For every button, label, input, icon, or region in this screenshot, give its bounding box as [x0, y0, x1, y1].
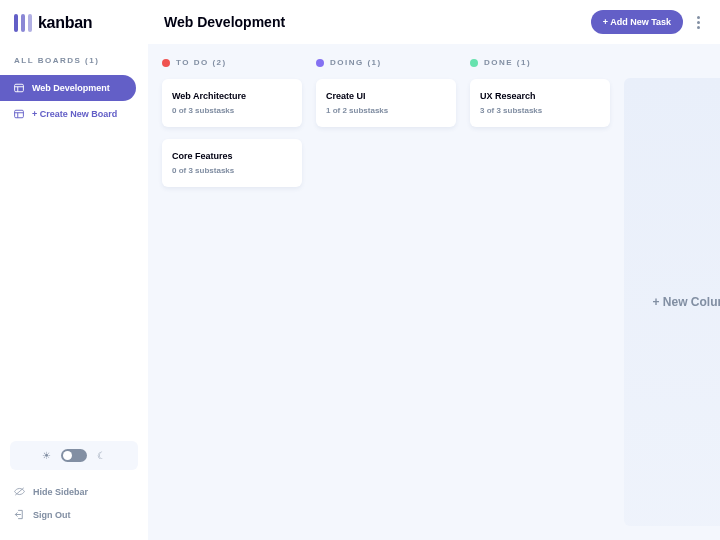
column-header: TO DO (2)	[162, 58, 302, 67]
new-column-button[interactable]: + New Column	[624, 78, 720, 526]
hide-sidebar-label: Hide Sidebar	[33, 487, 88, 497]
more-options-button[interactable]	[693, 12, 704, 33]
sign-out-button[interactable]: Sign Out	[10, 503, 138, 526]
sidebar: kanban ALL BOARDS (1) Web Development + …	[0, 0, 148, 540]
svg-rect-3	[15, 110, 24, 118]
column-dot-icon	[316, 59, 324, 67]
svg-rect-0	[15, 84, 24, 92]
column-header: DONE (1)	[470, 58, 610, 67]
column-dot-icon	[162, 59, 170, 67]
sun-icon: ☀	[42, 450, 51, 461]
logo-text: kanban	[38, 14, 92, 32]
task-card[interactable]: Web Architecture 0 of 3 substasks	[162, 79, 302, 127]
sidebar-item-label: Web Development	[32, 83, 110, 93]
column-doing: DOING (1) Create UI 1 of 2 substasks	[316, 58, 456, 526]
sign-out-icon	[14, 509, 25, 520]
toggle-knob	[63, 451, 72, 460]
toggle-track	[61, 449, 87, 462]
board: TO DO (2) Web Architecture 0 of 3 substa…	[148, 44, 720, 540]
task-title: UX Research	[480, 91, 600, 101]
board-icon	[14, 109, 24, 119]
sidebar-item-create-board[interactable]: + Create New Board	[0, 101, 136, 127]
task-card[interactable]: UX Research 3 of 3 substasks	[470, 79, 610, 127]
column-done: DONE (1) UX Research 3 of 3 substasks	[470, 58, 610, 526]
task-subtasks: 3 of 3 substasks	[480, 106, 600, 115]
add-task-button[interactable]: + Add New Task	[591, 10, 683, 34]
logo-bars-icon	[14, 14, 32, 32]
column-dot-icon	[470, 59, 478, 67]
eye-off-icon	[14, 486, 25, 497]
task-card[interactable]: Core Features 0 of 3 substasks	[162, 139, 302, 187]
board-icon	[14, 83, 24, 93]
column-header: DOING (1)	[316, 58, 456, 67]
logo: kanban	[0, 0, 148, 56]
sign-out-label: Sign Out	[33, 510, 71, 520]
new-column-label: + New Column	[652, 295, 720, 309]
task-subtasks: 0 of 3 substasks	[172, 106, 292, 115]
column-title: TO DO (2)	[176, 58, 227, 67]
column-title: DOING (1)	[330, 58, 382, 67]
theme-toggle[interactable]: ☀ ☾	[10, 441, 138, 470]
column-todo: TO DO (2) Web Architecture 0 of 3 substa…	[162, 58, 302, 526]
boards-count-label: ALL BOARDS (1)	[0, 56, 148, 75]
task-subtasks: 1 of 2 substasks	[326, 106, 446, 115]
task-title: Web Architecture	[172, 91, 292, 101]
hide-sidebar-button[interactable]: Hide Sidebar	[10, 480, 138, 503]
task-card[interactable]: Create UI 1 of 2 substasks	[316, 79, 456, 127]
task-title: Create UI	[326, 91, 446, 101]
task-subtasks: 0 of 3 substasks	[172, 166, 292, 175]
sidebar-bottom: ☀ ☾ Hide Sidebar Sign Out	[0, 441, 148, 540]
moon-icon: ☾	[97, 450, 106, 461]
main: Web Development + Add New Task TO DO (2)…	[148, 0, 720, 540]
topbar: Web Development + Add New Task	[148, 0, 720, 44]
sidebar-item-label: + Create New Board	[32, 109, 117, 119]
sidebar-item-web-development[interactable]: Web Development	[0, 75, 136, 101]
page-title: Web Development	[164, 14, 581, 30]
app-root: kanban ALL BOARDS (1) Web Development + …	[0, 0, 720, 540]
column-title: DONE (1)	[484, 58, 531, 67]
task-title: Core Features	[172, 151, 292, 161]
